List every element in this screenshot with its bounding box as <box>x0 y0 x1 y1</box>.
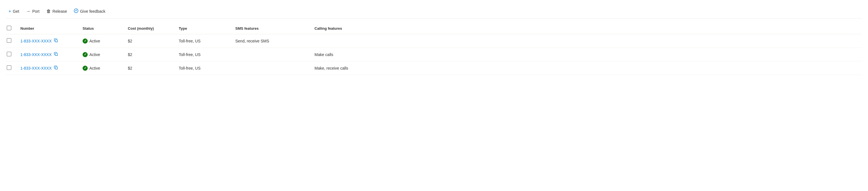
release-button[interactable]: 🗑 Release <box>43 7 70 15</box>
type-text: Toll-free, US <box>179 39 200 43</box>
row-calling-cell <box>311 34 862 48</box>
row-number-cell: 1-833-XXX-XXXX <box>17 34 79 48</box>
row-type-cell: Toll-free, US <box>175 61 232 75</box>
row-type-cell: Toll-free, US <box>175 34 232 48</box>
header-status: Status <box>79 23 124 34</box>
svg-rect-3 <box>55 67 57 69</box>
row-calling-cell: Make, receive calls <box>311 61 862 75</box>
row-cost-cell: $2 <box>124 48 175 61</box>
status-text: Active <box>89 52 100 57</box>
plus-icon: + <box>8 9 11 14</box>
port-label: Port <box>32 9 40 13</box>
phone-number-link[interactable]: 1-833-XXX-XXXX <box>20 66 76 70</box>
row-number-cell: 1-833-XXX-XXXX <box>17 48 79 61</box>
status-text: Active <box>89 39 100 43</box>
header-number: Number <box>17 23 79 34</box>
copy-icon[interactable] <box>54 38 58 43</box>
get-label: Get <box>13 9 19 13</box>
row-status-cell: Active <box>79 61 124 75</box>
phone-number-text: 1-833-XXX-XXXX <box>20 52 52 57</box>
row-cost-cell: $2 <box>124 34 175 48</box>
row-checkbox-cell <box>6 48 17 61</box>
cost-text: $2 <box>128 52 132 57</box>
phone-number-text: 1-833-XXX-XXXX <box>20 39 52 43</box>
sms-text: Send, receive SMS <box>235 39 269 43</box>
header-checkbox-col <box>6 23 17 34</box>
row-checkbox[interactable] <box>7 38 11 43</box>
row-checkbox-cell <box>6 34 17 48</box>
feedback-label: Give feedback <box>80 9 105 13</box>
type-text: Toll-free, US <box>179 52 200 57</box>
type-text: Toll-free, US <box>179 66 200 70</box>
trash-icon: 🗑 <box>46 9 51 14</box>
phone-number-link[interactable]: 1-833-XXX-XXXX <box>20 52 76 57</box>
status-dot <box>83 38 88 43</box>
calling-text: Make, receive calls <box>314 66 348 70</box>
cost-text: $2 <box>128 39 132 43</box>
status-text: Active <box>89 66 100 70</box>
table-row: 1-833-XXX-XXXX Active $2 <box>6 61 862 75</box>
arrow-right-icon: → <box>26 9 31 14</box>
row-number-cell: 1-833-XXX-XXXX <box>17 61 79 75</box>
copy-icon[interactable] <box>54 66 58 70</box>
status-badge: Active <box>83 66 121 71</box>
row-checkbox-cell <box>6 61 17 75</box>
toolbar: + Get → Port 🗑 Release Give feedback <box>6 4 862 19</box>
release-label: Release <box>53 9 67 13</box>
status-badge: Active <box>83 52 121 57</box>
row-sms-cell <box>232 61 311 75</box>
svg-rect-1 <box>55 40 57 42</box>
feedback-icon <box>74 8 79 14</box>
table-row: 1-833-XXX-XXXX Active $2 <box>6 48 862 61</box>
row-status-cell: Active <box>79 34 124 48</box>
row-checkbox[interactable] <box>7 52 11 56</box>
feedback-button[interactable]: Give feedback <box>71 7 108 16</box>
svg-rect-2 <box>55 53 57 56</box>
phone-number-text: 1-833-XXX-XXXX <box>20 66 52 70</box>
table-header-row: Number Status Cost (monthly) Type SMS fe… <box>6 23 862 34</box>
row-cost-cell: $2 <box>124 61 175 75</box>
row-sms-cell <box>232 48 311 61</box>
status-badge: Active <box>83 38 121 43</box>
copy-icon[interactable] <box>54 52 58 57</box>
select-all-checkbox[interactable] <box>7 26 11 30</box>
row-type-cell: Toll-free, US <box>175 48 232 61</box>
row-status-cell: Active <box>79 48 124 61</box>
calling-text: Make calls <box>314 52 333 57</box>
port-button[interactable]: → Port <box>23 7 42 15</box>
row-calling-cell: Make calls <box>311 48 862 61</box>
header-calling: Calling features <box>311 23 862 34</box>
row-sms-cell: Send, receive SMS <box>232 34 311 48</box>
header-cost: Cost (monthly) <box>124 23 175 34</box>
status-dot <box>83 52 88 57</box>
cost-text: $2 <box>128 66 132 70</box>
phone-number-link[interactable]: 1-833-XXX-XXXX <box>20 38 76 43</box>
phone-numbers-table: Number Status Cost (monthly) Type SMS fe… <box>6 23 862 75</box>
row-checkbox[interactable] <box>7 65 11 70</box>
status-dot <box>83 66 88 71</box>
table-row: 1-833-XXX-XXXX Active $2 <box>6 34 862 48</box>
header-sms: SMS features <box>232 23 311 34</box>
header-type: Type <box>175 23 232 34</box>
get-button[interactable]: + Get <box>6 7 22 15</box>
